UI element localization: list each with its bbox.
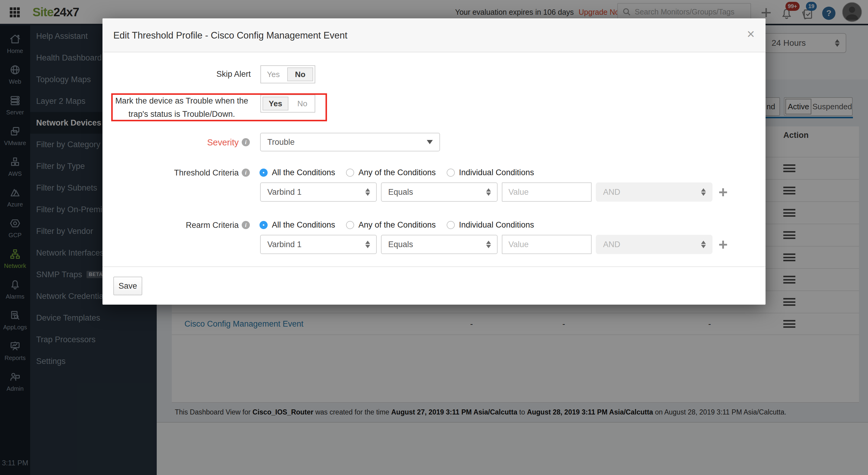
rearm-varbind-select[interactable]: Varbind 1: [260, 235, 377, 254]
radio-any-conditions[interactable]: Any of the Conditions: [346, 168, 436, 177]
threshold-logic-select: AND: [596, 182, 712, 202]
threshold-value-input[interactable]: [502, 182, 592, 202]
edit-threshold-profile-modal: Edit Threshold Profile - Cisco Config Ma…: [102, 19, 766, 305]
add-condition-icon[interactable]: +: [718, 237, 727, 252]
radio-all-conditions[interactable]: All the Conditions: [259, 220, 335, 230]
rearm-logic-select: AND: [596, 235, 712, 254]
select-spinner-icon: [486, 189, 491, 196]
severity-value: Trouble: [267, 138, 295, 147]
radio-icon: [346, 169, 354, 177]
rearm-value-input[interactable]: [502, 235, 592, 254]
rearm-condition-radios: All the Conditions Any of the Conditions…: [259, 220, 534, 230]
radio-icon: [259, 221, 268, 229]
caret-down-icon: [427, 140, 433, 144]
close-icon[interactable]: ×: [747, 27, 755, 41]
select-spinner-icon: [486, 241, 491, 248]
radio-any-conditions[interactable]: Any of the Conditions: [346, 220, 436, 230]
add-condition-icon[interactable]: +: [718, 184, 727, 200]
threshold-operator-select[interactable]: Equals: [381, 182, 498, 202]
mark-trouble-label: Mark the device as Trouble when the trap…: [112, 94, 251, 121]
radio-individual-conditions[interactable]: Individual Conditions: [447, 220, 534, 230]
radio-all-conditions[interactable]: All the Conditions: [259, 168, 335, 177]
mark-trouble-toggle: Yes No: [260, 95, 315, 112]
select-spinner-icon: [701, 189, 706, 196]
select-spinner-icon: [365, 189, 370, 196]
severity-label: Severity: [102, 138, 239, 147]
mark-trouble-no-option[interactable]: No: [290, 95, 315, 112]
threshold-varbind-select[interactable]: Varbind 1: [260, 182, 377, 202]
select-spinner-icon: [365, 241, 370, 248]
rearm-condition-row: Varbind 1 Equals AND +: [260, 235, 727, 254]
skip-alert-toggle: Yes No: [260, 65, 315, 83]
skip-alert-label: Skip Alert: [102, 70, 251, 79]
rearm-info-icon[interactable]: i: [242, 221, 250, 229]
modal-footer: Save: [102, 266, 766, 305]
radio-individual-conditions[interactable]: Individual Conditions: [447, 168, 534, 177]
threshold-condition-row: Varbind 1 Equals AND +: [260, 182, 727, 202]
radio-icon: [259, 169, 268, 177]
app-root: Site24x7 Your evaluation expires in 106 …: [0, 0, 868, 475]
skip-alert-yes-option[interactable]: Yes: [261, 66, 286, 83]
modal-header: Edit Threshold Profile - Cisco Config Ma…: [102, 19, 766, 53]
severity-select[interactable]: Trouble: [260, 133, 440, 151]
threshold-criteria-label: Threshold Criteria: [102, 168, 239, 178]
skip-alert-no-option[interactable]: No: [287, 67, 313, 81]
select-spinner-icon: [701, 241, 706, 248]
modal-title: Edit Threshold Profile - Cisco Config Ma…: [113, 19, 347, 53]
save-button[interactable]: Save: [113, 277, 142, 295]
mark-trouble-yes-option[interactable]: Yes: [262, 97, 288, 110]
threshold-info-icon[interactable]: i: [242, 169, 250, 177]
severity-info-icon[interactable]: i: [242, 138, 250, 146]
threshold-condition-radios: All the Conditions Any of the Conditions…: [259, 168, 534, 177]
radio-icon: [447, 169, 455, 177]
rearm-criteria-label: Rearm Criteria: [102, 220, 239, 230]
radio-icon: [447, 221, 455, 229]
rearm-operator-select[interactable]: Equals: [381, 235, 498, 254]
radio-icon: [346, 221, 354, 229]
